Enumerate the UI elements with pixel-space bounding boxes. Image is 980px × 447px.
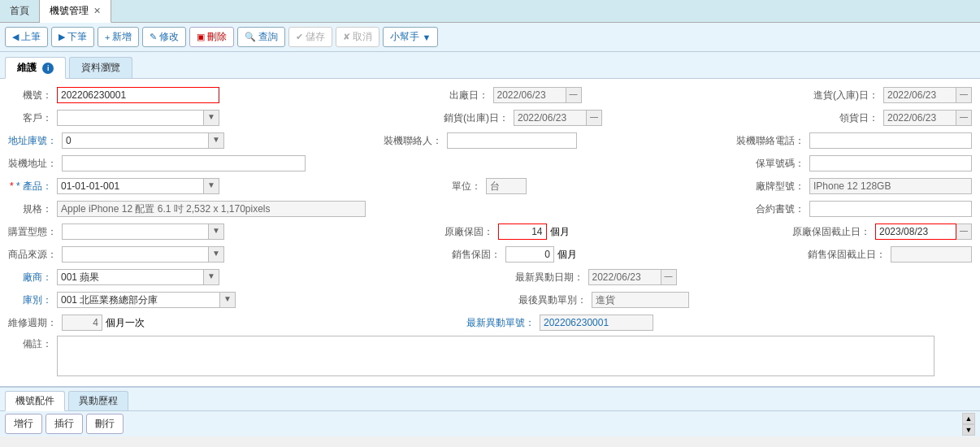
receipt-date-clear[interactable]: —	[956, 110, 972, 126]
source-input[interactable]	[62, 246, 209, 263]
note-textarea[interactable]	[57, 336, 934, 376]
sales-warranty-end-input[interactable]	[891, 246, 972, 263]
category-dropdown-icon[interactable]: ▼	[220, 292, 236, 308]
install-phone-input[interactable]	[809, 132, 972, 149]
shipping-date-clear[interactable]: —	[566, 87, 582, 103]
address-code-label[interactable]: 地址庫號：	[8, 134, 62, 148]
cancel-button[interactable]: ✘ 取消	[336, 27, 379, 47]
latest-move-no-label[interactable]: 最新異動單號：	[466, 316, 540, 330]
form-row-6: 規格： 合約書號：	[8, 199, 972, 219]
helper-button[interactable]: 小幫手 ▼	[383, 27, 438, 47]
tab-machine-management[interactable]: 機號管理 ✕	[40, 0, 111, 23]
address-code-input[interactable]	[62, 132, 209, 149]
prev-icon: ◀	[12, 32, 19, 42]
spec-input[interactable]	[57, 201, 366, 217]
sales-warranty-unit: 個月	[557, 248, 577, 262]
purchase-date-input[interactable]	[883, 87, 956, 103]
tab-maintenance[interactable]: 維護 i	[5, 57, 66, 79]
latest-move-no-input[interactable]	[540, 315, 653, 331]
vendor-dropdown-icon[interactable]: ▼	[204, 269, 219, 285]
sales-out-date-input[interactable]	[514, 110, 587, 126]
product-dropdown-icon[interactable]: ▼	[204, 178, 219, 194]
vendor-field-wrap: ▼	[57, 269, 219, 285]
vendor-label[interactable]: 廠商：	[8, 271, 57, 284]
contract-no-label: 合約書號：	[756, 202, 809, 216]
vendor-input[interactable]	[57, 269, 204, 285]
category-label[interactable]: 庫別：	[8, 293, 57, 307]
category-field-wrap: ▼	[57, 292, 236, 308]
orig-warranty-end-input[interactable]	[875, 224, 956, 240]
form-row-1: 機號： 出廠日： — 進貨(入庫)日： —	[8, 85, 972, 105]
tab-move-history[interactable]: 異動歷程	[68, 391, 128, 410]
next-button[interactable]: ▶ 下筆	[51, 27, 94, 47]
form-row-10: 庫別： ▼ 最後異動單別：	[8, 290, 972, 310]
unit-input[interactable]	[486, 178, 527, 194]
orig-warranty-label: 原廠保固：	[444, 225, 498, 239]
edit-button[interactable]: ✎ 修改	[142, 27, 186, 47]
warranty-code-input[interactable]	[809, 155, 972, 171]
search-icon: 🔍	[245, 32, 256, 42]
install-address-label: 裝機地址：	[8, 157, 62, 171]
address-code-field-wrap: ▼	[62, 132, 224, 149]
cancel-icon: ✘	[343, 32, 350, 42]
add-button[interactable]: + 新增	[98, 27, 139, 47]
prev-button[interactable]: ◀ 上筆	[5, 27, 48, 47]
maintenance-period-input[interactable]	[62, 315, 102, 331]
orig-warranty-end-clear[interactable]: —	[956, 224, 972, 240]
brand-model-label: 廠牌型號：	[756, 180, 809, 193]
purchase-type-input[interactable]	[62, 224, 209, 240]
orig-warranty-input[interactable]	[498, 224, 547, 240]
install-address-input[interactable]	[62, 155, 306, 171]
tab-data-browse[interactable]: 資料瀏覽	[69, 57, 132, 78]
form-row-9: 廠商： ▼ 最新異動日期： —	[8, 267, 972, 287]
tab-machine-accessories[interactable]: 機號配件	[5, 391, 65, 411]
sales-warranty-input[interactable]	[505, 246, 554, 263]
customer-input[interactable]	[57, 110, 204, 126]
bottom-section: 機號配件 異動歷程 增行 插行 刪行 ▲ ▼	[0, 387, 980, 436]
purchase-date-clear[interactable]: —	[956, 87, 972, 103]
last-move-type-label: 最後異動單別：	[518, 293, 592, 307]
action-row: 增行 插行 刪行 ▲ ▼	[0, 410, 980, 436]
add-row-button[interactable]: 增行	[5, 414, 42, 434]
sales-warranty-end-label: 銷售保固截止日：	[808, 248, 891, 262]
customer-dropdown-icon[interactable]: ▼	[204, 110, 219, 126]
category-input[interactable]	[57, 292, 220, 308]
tab-home[interactable]: 首頁	[0, 0, 40, 22]
insert-row-button[interactable]: 插行	[46, 414, 83, 434]
add-icon: +	[105, 33, 110, 42]
product-label: * * 產品：	[8, 180, 57, 193]
machine-no-input[interactable]	[57, 87, 219, 103]
top-tab-bar: 首頁 機號管理 ✕	[0, 0, 980, 23]
customer-field-wrap: ▼	[57, 110, 219, 126]
sales-out-date-clear[interactable]: —	[587, 110, 602, 126]
purchase-type-dropdown-icon[interactable]: ▼	[209, 224, 224, 240]
brand-model-input[interactable]	[809, 178, 972, 194]
last-move-type-input[interactable]	[592, 292, 689, 308]
last-move-date-clear[interactable]: —	[661, 269, 677, 285]
delete-icon: ▣	[197, 32, 205, 42]
source-field-wrap: ▼	[62, 246, 224, 263]
contract-no-input[interactable]	[809, 201, 972, 217]
delete-button[interactable]: ▣ 刪除	[189, 27, 234, 47]
product-field-wrap: ▼	[57, 178, 219, 194]
product-input[interactable]	[57, 178, 204, 194]
info-icon[interactable]: i	[42, 63, 54, 74]
scroll-down-icon[interactable]: ▼	[962, 424, 975, 436]
machine-no-field-wrap	[57, 87, 219, 103]
maintenance-period-unit: 個月一次	[106, 316, 145, 330]
source-dropdown-icon[interactable]: ▼	[209, 246, 224, 263]
address-code-dropdown-icon[interactable]: ▼	[209, 132, 224, 149]
save-button[interactable]: ✔ 儲存	[288, 27, 332, 47]
search-button[interactable]: 🔍 查詢	[237, 27, 285, 47]
last-move-date-input[interactable]	[588, 269, 661, 285]
scroll-up-icon[interactable]: ▲	[962, 413, 975, 424]
form-row-3: 地址庫號： ▼ 裝機聯絡人： 裝機聯絡電話：	[8, 131, 972, 150]
delete-row-button[interactable]: 刪行	[86, 414, 124, 434]
shipping-date-input[interactable]	[493, 87, 566, 103]
close-tab-icon[interactable]: ✕	[93, 6, 101, 16]
install-contact-input[interactable]	[447, 132, 577, 149]
form-row-8: 商品來源： ▼ 銷售保固： 個月 銷售保固截止日：	[8, 245, 972, 264]
receipt-date-input[interactable]	[883, 110, 956, 126]
purchase-date-label: 進貨(入庫)日：	[810, 89, 883, 102]
form-row-12: 備註：	[8, 336, 972, 376]
